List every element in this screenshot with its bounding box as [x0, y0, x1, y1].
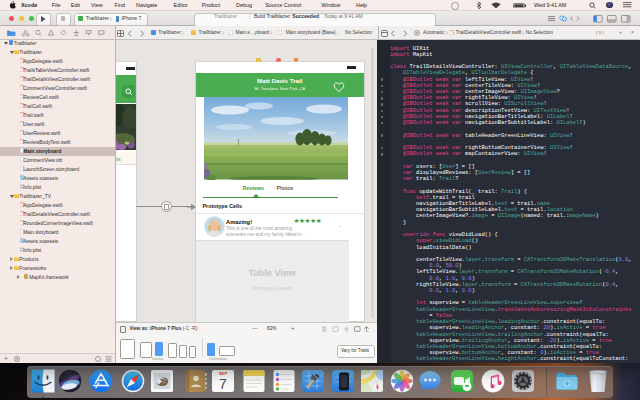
svg-text:7: 7 — [219, 376, 227, 392]
svg-text:SEP: SEP — [218, 371, 227, 376]
